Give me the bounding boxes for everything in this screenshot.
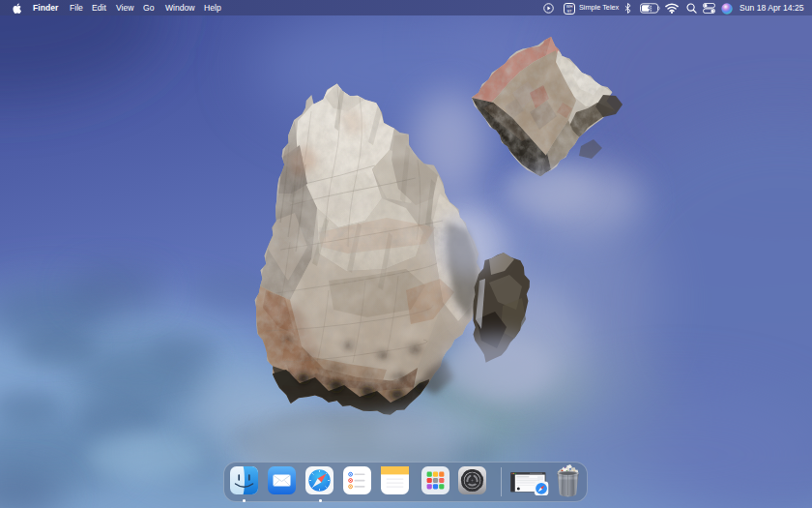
svg-text:ST: ST (566, 8, 572, 13)
